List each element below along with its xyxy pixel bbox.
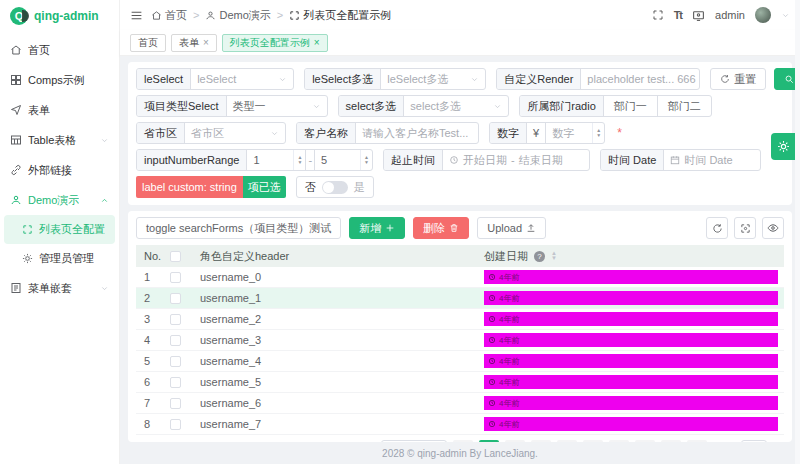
row-checkbox[interactable] <box>170 398 181 409</box>
date-field: 时间 Date 时间 Date <box>600 149 761 171</box>
breadcrumb-label: 列表页全配置示例 <box>303 8 391 23</box>
number-stepper[interactable]: ▲▼ <box>360 150 372 170</box>
row-checkbox[interactable] <box>170 377 181 388</box>
number-stepper[interactable]: ▲▼ <box>592 123 604 143</box>
sidebar-item-table[interactable]: Table表格 <box>0 125 119 155</box>
hamburger-icon[interactable] <box>130 9 143 22</box>
row-checkbox[interactable] <box>170 272 181 283</box>
chevron-down-icon <box>470 75 479 84</box>
select-all-checkbox[interactable] <box>170 251 181 262</box>
breadcrumb-separator: > <box>277 9 283 21</box>
reset-label: 重置 <box>734 72 756 87</box>
breadcrumb-item-demo[interactable]: Demo演示 <box>205 8 270 23</box>
breadcrumb-separator: > <box>193 9 199 21</box>
table-row[interactable]: 7 username_6 4年前 <box>136 393 784 414</box>
upload-button[interactable]: Upload <box>477 217 546 239</box>
date-range-picker[interactable]: 开始日期 - 结束日期 <box>443 150 589 170</box>
theme-settings-button[interactable] <box>771 133 795 160</box>
breadcrumb-item-home[interactable]: 首页 <box>151 8 187 23</box>
font-size-icon[interactable]: Tt <box>674 9 682 21</box>
cell-no: 5 <box>136 355 170 367</box>
fullscreen-table-button[interactable] <box>734 217 756 239</box>
add-button[interactable]: 新增 <box>349 217 405 239</box>
radio-option-dept2[interactable]: 部门二 <box>657 96 711 116</box>
form-row-5: label custom: string 项已选 否 是 <box>136 176 784 198</box>
field-label: 省市区 <box>137 123 185 143</box>
table-row[interactable]: 1 username_0 4年前 <box>136 267 784 288</box>
date-cell-bar: 4年前 <box>484 375 778 389</box>
column-visibility-button[interactable] <box>762 217 784 239</box>
cell-no: 4 <box>136 334 170 346</box>
table-row[interactable]: 6 username_5 4年前 <box>136 372 784 393</box>
cell-no: 1 <box>136 271 170 283</box>
field-label: 所属部门radio <box>520 96 603 116</box>
toggle-switch[interactable] <box>322 181 348 194</box>
reset-button[interactable]: 重置 <box>710 68 766 90</box>
delete-button[interactable]: 删除 <box>413 217 469 239</box>
app-logo[interactable]: Q qing-admin <box>0 0 119 31</box>
leselect-select[interactable]: leSelect <box>191 69 293 89</box>
sidebar-item-menu-nest[interactable]: 菜单嵌套 <box>0 273 119 303</box>
refresh-icon-button[interactable] <box>706 217 728 239</box>
toggle-searchforms-button[interactable]: toggle searchForms（项目类型）测试 <box>136 217 341 239</box>
select-placeholder: leSelect <box>197 73 236 85</box>
cell-no: 6 <box>136 376 170 388</box>
user-icon <box>10 194 22 206</box>
row-checkbox[interactable] <box>170 293 181 304</box>
region-select[interactable]: 省市区 <box>185 123 285 143</box>
row-checkbox[interactable] <box>170 419 181 430</box>
leselect-multi-select[interactable]: leSelect多选 <box>381 69 485 89</box>
number-input[interactable]: 数字 ▲▼ <box>546 123 604 143</box>
field-label: select多选 <box>339 96 405 116</box>
tab-home[interactable]: 首页 <box>130 34 166 52</box>
close-icon[interactable]: × <box>203 38 209 48</box>
sidebar-item-form[interactable]: 表单 <box>0 95 119 125</box>
sidebar-item-demo[interactable]: Demo演示 <box>0 185 119 215</box>
range-from-input[interactable]: 1 ▲▼ <box>247 150 305 170</box>
chevron-down-icon[interactable] <box>781 11 790 20</box>
field-label: 项目类型Select <box>137 96 227 116</box>
table-row[interactable]: 4 username_3 4年前 <box>136 330 784 351</box>
row-checkbox[interactable] <box>170 314 181 325</box>
table-row[interactable]: 5 username_4 4年前 <box>136 351 784 372</box>
scrollbar-gutter[interactable] <box>795 0 800 464</box>
number-stepper[interactable]: ▲▼ <box>293 150 305 170</box>
sidebar-item-admin[interactable]: 管理员管理 <box>0 244 119 273</box>
clock-icon <box>449 155 459 165</box>
radio-option-dept1[interactable]: 部门一 <box>604 96 657 116</box>
tab-list-page[interactable]: 列表页全配置示例× <box>222 34 328 52</box>
sidebar-item-list-page[interactable]: 列表页全配置示例 <box>4 215 115 244</box>
project-type-select[interactable]: 类型一 <box>227 96 327 116</box>
info-icon[interactable]: ? <box>534 251 545 262</box>
column-header-date[interactable]: 创建日期 ? ▲▼ <box>484 249 784 264</box>
avatar[interactable] <box>755 7 771 23</box>
close-icon[interactable]: × <box>314 38 320 48</box>
customer-name-input[interactable]: 请输入客户名称Test... <box>356 123 478 143</box>
fullscreen-icon[interactable] <box>652 9 664 21</box>
sidebar-item-comps[interactable]: Comps示例 <box>0 65 119 95</box>
sidebar-item-external-link[interactable]: 外部链接 <box>0 155 119 185</box>
range-to-input[interactable]: 5 ▲▼ <box>314 150 372 170</box>
tab-label: 表单 <box>179 36 199 50</box>
range-separator: - <box>305 150 314 170</box>
sidebar-item-label: 表单 <box>28 103 50 118</box>
row-checkbox[interactable] <box>170 356 181 367</box>
table-row[interactable]: 8 username_7 4年前 <box>136 414 784 435</box>
sort-desc-icon[interactable]: ▼ <box>551 256 557 261</box>
tab-form[interactable]: 表单× <box>171 34 217 52</box>
select-multi-select[interactable]: select多选 <box>404 96 508 116</box>
field-label: 起止时间 <box>384 150 443 170</box>
sidebar-item-label: Demo演示 <box>28 193 79 208</box>
sidebar-item-home[interactable]: 首页 <box>0 35 119 65</box>
table-row[interactable]: 2 username_1 4年前 <box>136 288 784 309</box>
custom-render-input[interactable]: placeholder test... 666 <box>581 69 699 89</box>
cell-no: 2 <box>136 292 170 304</box>
cell-date: 4年前 <box>499 293 519 304</box>
monitor-icon[interactable] <box>692 9 705 22</box>
date-picker[interactable]: 时间 Date <box>664 150 760 170</box>
table-row[interactable]: 3 username_2 4年前 <box>136 309 784 330</box>
sort-icons[interactable]: ▲▼ <box>551 251 557 261</box>
input-placeholder: placeholder test... 666 <box>587 73 695 85</box>
cell-date: 4年前 <box>499 419 519 430</box>
row-checkbox[interactable] <box>170 335 181 346</box>
